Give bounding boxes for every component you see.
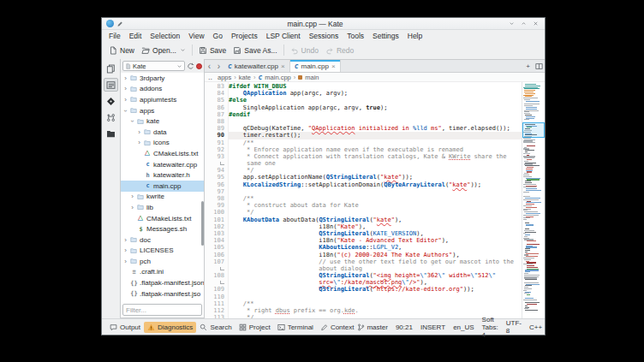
menu-file[interactable]: File	[104, 32, 125, 40]
tree-item[interactable]: ›addons	[121, 84, 204, 95]
statusbar-project-button[interactable]: Project	[236, 322, 274, 333]
expander-closed-icon[interactable]: ›	[129, 204, 135, 211]
save-button[interactable]: Save	[195, 45, 230, 56]
code-line[interactable]: * Enforce application name even if the e…	[229, 146, 522, 153]
code-line[interactable]: // use the other text field to get our m…	[229, 258, 522, 265]
code-line[interactable]: i18n("Kate"),	[229, 223, 522, 230]
statusbar-output-button[interactable]: Output	[106, 322, 144, 333]
expander-closed-icon[interactable]: ›	[122, 258, 128, 265]
tree-item[interactable]: hkatewaiter.h	[121, 169, 204, 181]
tree-item[interactable]: ›kwrite	[121, 192, 204, 203]
code-line[interactable]: src=\":/kate/mascot.png\"/>"),	[229, 279, 522, 286]
tree-item[interactable]: CMakeLists.txt	[121, 148, 204, 159]
minimize-button[interactable]	[507, 20, 516, 28]
menu-go[interactable]: Go	[209, 32, 227, 40]
tree-item[interactable]: cmain.cpp	[121, 181, 204, 192]
tree-item[interactable]: ›icons	[121, 138, 204, 149]
tree-item[interactable]: ›pch	[121, 256, 204, 267]
code-line[interactable]	[229, 118, 522, 125]
tree-item[interactable]: CMakeLists.txt	[121, 213, 204, 224]
menu-help[interactable]: Help	[403, 32, 426, 40]
statusbar-terminal-button[interactable]: Terminal	[274, 322, 317, 333]
menu-settings[interactable]: Settings	[368, 32, 403, 40]
menu-edit[interactable]: Edit	[125, 32, 146, 40]
split-view-icon[interactable]	[534, 60, 545, 72]
expander-open-icon[interactable]: ›	[122, 108, 129, 114]
expander-closed-icon[interactable]: ›	[136, 128, 142, 136]
menu-tools[interactable]: Tools	[343, 32, 368, 40]
tab-katewaiter.cpp[interactable]: ckatewaiter.cpp×	[224, 60, 290, 72]
stop-index-icon[interactable]	[196, 63, 202, 69]
menu-sessions[interactable]: Sessions	[305, 32, 343, 40]
tree-item[interactable]: ›apps	[121, 105, 204, 116]
sidebar-tool-git-icon[interactable]	[104, 94, 118, 108]
breadcrumb-segment[interactable]: main.cpp	[265, 74, 290, 81]
expander-open-icon[interactable]: ›	[128, 118, 136, 124]
history-back-icon[interactable]: ‹	[205, 60, 214, 72]
code-line[interactable]: KAboutData aboutData(QStringLiteral("kat…	[229, 217, 522, 223]
code-line[interactable]: /**	[229, 300, 522, 307]
tree-item[interactable]: ›LICENSES	[121, 246, 204, 257]
code-line[interactable]: * construct about data for Kate	[229, 202, 522, 209]
open-button[interactable]: Open...	[138, 45, 189, 56]
history-forward-icon[interactable]: ›	[214, 60, 224, 72]
new-button[interactable]: New	[105, 45, 138, 56]
new-tab-icon[interactable]: +	[522, 60, 534, 72]
statusbar-90-21[interactable]: 90:21	[396, 323, 413, 331]
tree-item[interactable]: ›lib	[121, 202, 204, 213]
breadcrumb-segment[interactable]: main	[305, 74, 319, 81]
expander-closed-icon[interactable]: ›	[122, 85, 128, 92]
expander-closed-icon[interactable]: ›	[122, 246, 128, 254]
statusbar-c++[interactable]: C++	[529, 323, 542, 331]
tree-item[interactable]: ≡.craft.ini	[121, 267, 204, 278]
code-line[interactable]: app.setApplicationName(QStringLiteral("k…	[229, 174, 522, 181]
tree-item[interactable]: {}.flatpak-manifest.json	[121, 277, 204, 288]
statusbar-diagnostics-button[interactable]: Diagnostics	[144, 322, 196, 333]
tab-main.cpp[interactable]: cmain.cpp×	[290, 60, 341, 72]
statusbar-insert[interactable]: INSERT	[420, 323, 445, 331]
code-line[interactable]: QStringLiteral(KATE_VERSION),	[229, 230, 522, 237]
sidebar-tool-filesystem-icon[interactable]	[104, 127, 118, 140]
breadcrumb-segment[interactable]: apps	[218, 74, 231, 81]
tree-item[interactable]: ›kate	[121, 116, 204, 127]
code-line[interactable]	[229, 294, 522, 300]
tree-item[interactable]: {}.flatpak-manifest.jso	[121, 288, 204, 300]
sidebar-tool-documents-icon[interactable]	[104, 62, 118, 75]
tree-item[interactable]: ›data	[121, 127, 204, 138]
title-bar[interactable]: main.cpp — Kate	[102, 18, 545, 30]
statusbar-search-button[interactable]: Search	[196, 322, 235, 333]
statusbar-master[interactable]: master	[357, 323, 387, 331]
project-selector[interactable]: Kate	[122, 61, 185, 71]
code-line[interactable]: QStringLiteral("<img height=\"362\" widt…	[229, 272, 522, 279]
code-line[interactable]: i18n("(c) 2000-2024 The Kate Authors"),	[229, 252, 522, 258]
expander-closed-icon[interactable]: ›	[129, 193, 135, 200]
minimap-viewport[interactable]	[522, 122, 545, 138]
breadcrumb-segment[interactable]: kate	[239, 74, 251, 81]
code-line[interactable]: QStringLiteral("https://kate-editor.org"…	[229, 286, 522, 293]
menu-lsp-client[interactable]: LSP Client	[262, 32, 305, 40]
tree-item[interactable]: ›appiumtests	[121, 94, 204, 105]
code-line[interactable]: /**	[229, 195, 522, 202]
code-line[interactable]: timer.restart();	[229, 132, 522, 139]
code-line[interactable]: about dialog	[229, 265, 522, 272]
code-line[interactable]: qCDebug(KateTime, "QApplication initiali…	[229, 125, 522, 132]
code-line[interactable]: KLocalizedString::setApplicationDomain(Q…	[229, 181, 522, 188]
code-line[interactable]: #endif	[229, 111, 522, 118]
statusbar-utf-8[interactable]: UTF-8	[506, 319, 522, 335]
code-line[interactable]: */	[229, 209, 522, 216]
code-line[interactable]: /**	[229, 139, 522, 146]
tab-close-icon[interactable]: ×	[281, 62, 285, 70]
expander-closed-icon[interactable]: ›	[122, 236, 128, 244]
code-text[interactable]: #ifdef WITH_DBUS QApplication app(argc, …	[229, 82, 522, 318]
maximize-button[interactable]	[519, 20, 528, 28]
minimap-scrollbar[interactable]	[522, 82, 545, 318]
expander-closed-icon[interactable]: ›	[122, 96, 128, 104]
tree-item[interactable]: ckatewaiter.cpp	[121, 159, 204, 170]
code-line[interactable]: * right dbus prefix == org.kde.	[229, 307, 522, 314]
statusbar-en_us[interactable]: en_US	[453, 323, 474, 331]
statusbar-soft-tabs-4[interactable]: Soft Tabs: 4	[482, 316, 498, 339]
menu-view[interactable]: View	[184, 32, 208, 40]
code-line[interactable]: * Connect application with translation c…	[229, 153, 522, 160]
code-line[interactable]: i18n("Kate - Advanced Text Editor"),	[229, 237, 522, 244]
code-line[interactable]	[229, 188, 522, 195]
